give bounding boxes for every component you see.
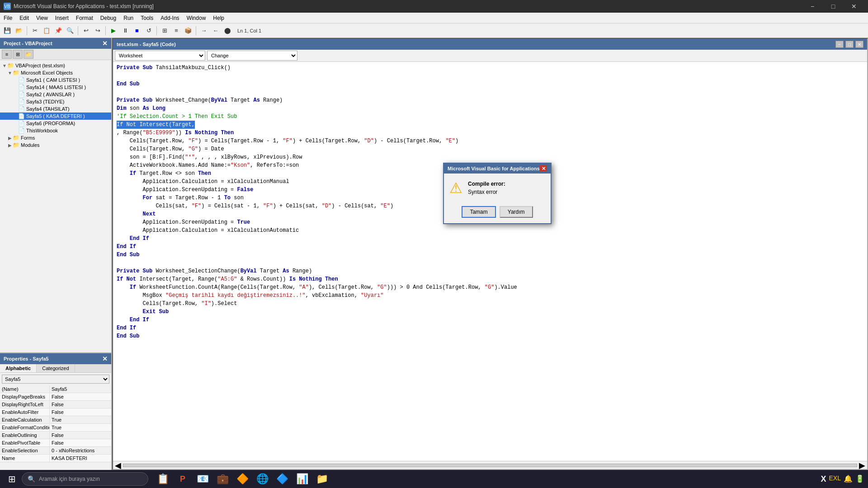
code-content[interactable]: Private Sub TahsilatMakbuzu_Click() End …: [113, 62, 867, 461]
toolbar-modules[interactable]: 📦: [183, 25, 193, 36]
maximize-button[interactable]: □: [823, 0, 844, 13]
editor-minimize[interactable]: −: [835, 41, 844, 48]
toolbar-save[interactable]: 💾: [2, 25, 13, 36]
toolbar-paste[interactable]: 📌: [53, 25, 64, 36]
tree-sayfa6[interactable]: 📄 Sayfa6 (PROFORMA): [0, 120, 111, 127]
properties-panel-close[interactable]: ✕: [102, 355, 108, 362]
menu-help[interactable]: Help: [209, 13, 228, 23]
taskbar-app-teams[interactable]: 💼: [213, 470, 231, 488]
editor-close[interactable]: ✕: [855, 41, 863, 48]
project-toggle-folders[interactable]: 📁: [24, 50, 33, 59]
code-line: [117, 88, 863, 96]
taskbar-search[interactable]: 🔍 Aramak için buraya yazın: [22, 472, 148, 486]
object-dropdown[interactable]: Worksheet: [115, 51, 205, 61]
toolbar-run[interactable]: ▶: [108, 25, 119, 36]
toolbar-pause[interactable]: ⏸: [120, 25, 131, 36]
tab-alphabetic[interactable]: Alphabetic: [0, 364, 37, 372]
prop-row-name: (Name) Sayfa5: [0, 385, 111, 393]
code-line: Cells(Target.Row, "I").Select: [117, 300, 863, 308]
taskbar-app-vscode[interactable]: 🔷: [273, 470, 291, 488]
x-icon: X: [821, 474, 826, 484]
taskbar-app-orange[interactable]: 🔶: [233, 470, 251, 488]
horizontal-scrollbar[interactable]: [123, 464, 857, 467]
tree-vbaproject[interactable]: ▼ 📁 VBAProject (test.xlsm): [0, 62, 111, 69]
tree-thisworkbook[interactable]: 📄 ThisWorkbook: [0, 127, 111, 134]
dialog-close-button[interactable]: ✕: [540, 165, 547, 172]
tree-sayfa14[interactable]: 📄 Sayfa14 ( MAAS LISTESI ): [0, 84, 111, 91]
menu-file[interactable]: File: [0, 13, 16, 23]
window-title: Microsoft Visual Basic for Applications …: [14, 3, 154, 9]
tree-sayfa1[interactable]: 📄 Sayfa1 ( CAM LISTESI ): [0, 76, 111, 84]
tab-categorized[interactable]: Categorized: [37, 364, 75, 372]
menu-view[interactable]: View: [33, 13, 52, 23]
properties-table: (Name) Sayfa5 DisplayPageBreaks False Di…: [0, 385, 111, 462]
toolbar-stop[interactable]: ■: [132, 25, 142, 36]
taskbar-app-pomodo[interactable]: P: [174, 470, 192, 488]
project-view-code[interactable]: ≡: [2, 50, 12, 59]
scroll-left[interactable]: ◀: [115, 460, 121, 470]
toolbar-copy[interactable]: 📋: [41, 25, 52, 36]
toolbar-sep5: [196, 26, 196, 35]
prop-row-enableformatconditions: EnableFormatConditionsC True: [0, 424, 111, 432]
project-panel-close[interactable]: ✕: [102, 40, 108, 47]
dialog-content: ⚠ Compile error: Syntax error: [444, 174, 551, 202]
code-line: Cells(Target.Row, "F") = Cells(Target.Ro…: [117, 137, 863, 145]
menu-format[interactable]: Format: [72, 13, 97, 23]
toolbar-open[interactable]: 📂: [14, 25, 24, 36]
prop-row-enableselection: EnableSelection 0 - xlNoRestrictions: [0, 447, 111, 455]
dialog-help-button[interactable]: Yardım: [500, 206, 533, 218]
project-panel-title: Project - VBAProject: [4, 41, 52, 46]
taskbar-app-excel[interactable]: 📊: [293, 470, 311, 488]
properties-object-dropdown[interactable]: Sayfa5: [2, 375, 109, 384]
toolbar-props[interactable]: ≡: [171, 25, 182, 36]
dialog-ok-button[interactable]: Tamam: [462, 206, 495, 218]
code-line: son = [B:F].Find("*", , , , xlByRows, xl…: [117, 153, 863, 161]
prop-row-enableautofilter: EnableAutoFilter False: [0, 408, 111, 416]
menu-edit[interactable]: Edit: [16, 13, 33, 23]
toolbar-indent[interactable]: →: [198, 25, 209, 36]
app-icon: VB: [4, 3, 11, 10]
tree-sayfa4[interactable]: 📄 Sayfa4 (TAHSILAT): [0, 105, 111, 113]
code-line: Cells(Target.Row, "G") = Date: [117, 145, 863, 153]
toolbar-undo[interactable]: ↩: [80, 25, 91, 36]
tree-forms[interactable]: ▶ 📁 Forms: [0, 134, 111, 141]
toolbar-designer[interactable]: ⊞: [159, 25, 170, 36]
toolbar-bp[interactable]: ⬤: [222, 25, 233, 36]
taskbar-app-fileexplorer[interactable]: 📁: [313, 470, 331, 488]
editor-maximize[interactable]: □: [845, 41, 854, 48]
toolbar-sep2: [78, 26, 78, 35]
menu-addins[interactable]: Add-Ins: [157, 13, 183, 23]
menu-window[interactable]: Window: [183, 13, 210, 23]
toolbar-outdent[interactable]: ←: [210, 25, 221, 36]
minimize-button[interactable]: −: [802, 0, 823, 13]
toolbar-reset[interactable]: ↺: [143, 25, 154, 36]
code-line: Private Sub Worksheet_Change(ByVal Targe…: [117, 96, 863, 104]
close-button[interactable]: ✕: [844, 0, 864, 13]
tree-sayfa2[interactable]: 📄 Sayfa2 ( AVANSLAR ): [0, 91, 111, 98]
menu-tools[interactable]: Tools: [137, 13, 157, 23]
toolbar-find[interactable]: 🔍: [65, 25, 75, 36]
properties-panel-title: Properties - Sayfa5: [4, 356, 49, 361]
menu-run[interactable]: Run: [120, 13, 137, 23]
tree-excel-objects[interactable]: ▼ 📁 Microsoft Excel Objects: [0, 69, 111, 76]
tree-sayfa3[interactable]: 📄 Sayfa3 (TEDIYE): [0, 98, 111, 105]
tree-sayfa5[interactable]: 📄 Sayfa5 ( KASA DEFTERI ): [0, 113, 111, 120]
taskbar-app-chrome[interactable]: 🌐: [253, 470, 271, 488]
start-button[interactable]: ⊞: [4, 471, 20, 487]
scroll-right[interactable]: ▶: [859, 460, 865, 470]
toolbar-sep4: [156, 26, 157, 35]
procedure-dropdown[interactable]: Change: [207, 51, 297, 61]
code-line: Exit Sub: [117, 308, 863, 316]
project-view-object[interactable]: ⊞: [13, 50, 23, 59]
taskbar-notification[interactable]: 🔔: [844, 474, 853, 484]
menu-insert[interactable]: Insert: [52, 13, 72, 23]
taskbar-app-mail[interactable]: 📧: [193, 470, 212, 488]
taskbar-battery: 🔋: [855, 474, 864, 484]
taskbar-app-files[interactable]: 📋: [154, 470, 172, 488]
tree-modules[interactable]: ▶ 📁 Modules: [0, 141, 111, 149]
taskbar-right-icons: X EXL 🔔 🔋: [821, 474, 864, 484]
editor-title: test.xlsm - Sayfa5 (Code): [117, 42, 176, 47]
toolbar-cut[interactable]: ✂: [29, 25, 40, 36]
menu-debug[interactable]: Debug: [97, 13, 120, 23]
toolbar-redo[interactable]: ↪: [92, 25, 103, 36]
